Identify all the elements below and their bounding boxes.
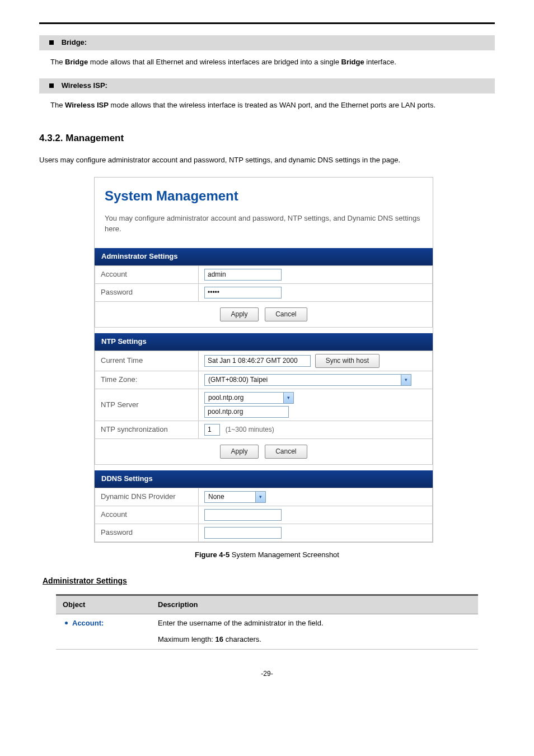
- text-bold: Bridge: [341, 58, 364, 66]
- apply-button[interactable]: Apply: [220, 445, 258, 459]
- ddns-settings-table: Dynamic DNS Provider None ▾ Account Pass…: [95, 488, 433, 542]
- current-time-input[interactable]: Sat Jan 1 08:46:27 GMT 2000: [204, 355, 311, 367]
- ddns-provider-label: Dynamic DNS Provider: [95, 488, 199, 506]
- admin-settings-subhead: Administrator Settings: [43, 575, 495, 587]
- text: The: [50, 101, 65, 109]
- ntp-settings-header: NTP Settings: [95, 333, 433, 351]
- ddns-account-input[interactable]: [204, 509, 282, 521]
- ddns-provider-select[interactable]: None ▾: [204, 491, 266, 503]
- admin-buttons: Apply Cancel: [95, 302, 433, 328]
- col-description: Description: [151, 595, 478, 614]
- timezone-select[interactable]: (GMT+08:00) Taipei ▾: [204, 374, 411, 386]
- apply-button[interactable]: Apply: [220, 307, 258, 321]
- account-label: Account: [95, 265, 199, 283]
- ntp-server-label: NTP Server: [95, 389, 199, 421]
- admin-settings-table: Account admin Password •••••: [95, 265, 433, 302]
- text: mode allows that the wireless interface …: [109, 101, 435, 109]
- row-account-object: Account:: [56, 614, 151, 650]
- bridge-section-bar: Bridge:: [39, 35, 495, 50]
- password-label: Password: [95, 283, 199, 301]
- password-input[interactable]: •••••: [204, 287, 282, 298]
- text: characters.: [223, 635, 261, 643]
- ntp-server-select[interactable]: pool.ntp.org ▾: [204, 392, 294, 404]
- chevron-down-icon: ▾: [401, 375, 411, 385]
- ddns-password-input[interactable]: [204, 527, 282, 539]
- text: interface.: [364, 58, 396, 66]
- text-bold: Bridge: [65, 58, 88, 66]
- cancel-button[interactable]: Cancel: [265, 445, 307, 459]
- top-rule: [39, 22, 495, 24]
- wisp-paragraph: The Wireless ISP mode allows that the wi…: [50, 98, 495, 113]
- ntp-sync-input[interactable]: 1: [204, 424, 220, 436]
- ntp-server-input[interactable]: pool.ntp.org: [204, 406, 289, 418]
- figure-caption: Figure 4-5 System Management Screenshot: [39, 549, 495, 561]
- desc-line: Maximum length: 16 characters.: [158, 634, 471, 646]
- bullet-icon: [65, 622, 68, 624]
- ntp-settings-table: Current Time Sat Jan 1 08:46:27 GMT 2000…: [95, 351, 433, 439]
- text-bold: 16: [216, 635, 223, 643]
- wisp-section-bar: Wireless ISP:: [39, 78, 495, 94]
- bullet-icon: [49, 40, 54, 45]
- text-bold: Wireless ISP: [65, 101, 109, 109]
- sync-host-button[interactable]: Sync with host: [315, 354, 380, 368]
- description-table: Object Description Account: Enter the us…: [56, 594, 478, 650]
- object-text: Account:: [72, 619, 104, 627]
- caption-bold: Figure 4-5: [195, 550, 229, 559]
- ddns-provider-value: None: [205, 492, 255, 502]
- timezone-value: (GMT+08:00) Taipei: [205, 375, 401, 385]
- cancel-button[interactable]: Cancel: [265, 307, 307, 321]
- page-title: System Management: [95, 185, 433, 209]
- wisp-label: Wireless ISP:: [62, 81, 107, 90]
- page-number: -29-: [39, 669, 495, 679]
- ntp-sync-hint: (1~300 minutes): [226, 426, 274, 433]
- caption-text: System Management Screenshot: [229, 550, 339, 559]
- text: mode allows that all Ethernet and wirele…: [88, 58, 341, 66]
- current-time-label: Current Time: [95, 351, 199, 371]
- bridge-paragraph: The Bridge mode allows that all Ethernet…: [50, 55, 495, 69]
- ntp-server-select-value: pool.ntp.org: [205, 393, 283, 403]
- bridge-label: Bridge:: [62, 38, 87, 46]
- system-management-screenshot: System Management You may configure admi…: [94, 177, 433, 543]
- ddns-password-label: Password: [95, 524, 199, 542]
- admin-settings-header: Adminstrator Settings: [95, 248, 433, 265]
- text: Maximum length:: [158, 635, 216, 643]
- chevron-down-icon: ▾: [255, 492, 265, 502]
- col-object: Object: [56, 595, 151, 614]
- intro-paragraph: Users may configure administrator accoun…: [39, 153, 495, 167]
- ntp-buttons: Apply Cancel: [95, 439, 433, 465]
- bullet-icon: [49, 83, 54, 88]
- timezone-label: Time Zone:: [95, 371, 199, 389]
- account-input[interactable]: admin: [204, 269, 282, 281]
- ddns-account-label: Account: [95, 506, 199, 524]
- ntp-sync-label: NTP synchronization: [95, 421, 199, 439]
- text: The: [50, 58, 65, 66]
- heading-management: 4.3.2. Management: [39, 130, 495, 146]
- desc-line: Enter the username of the administrator …: [158, 618, 471, 629]
- page-description: You may configure administrator account …: [95, 209, 433, 242]
- chevron-down-icon: ▾: [283, 393, 293, 403]
- ddns-settings-header: DDNS Settings: [95, 470, 433, 488]
- row-account-desc: Enter the username of the administrator …: [151, 614, 478, 650]
